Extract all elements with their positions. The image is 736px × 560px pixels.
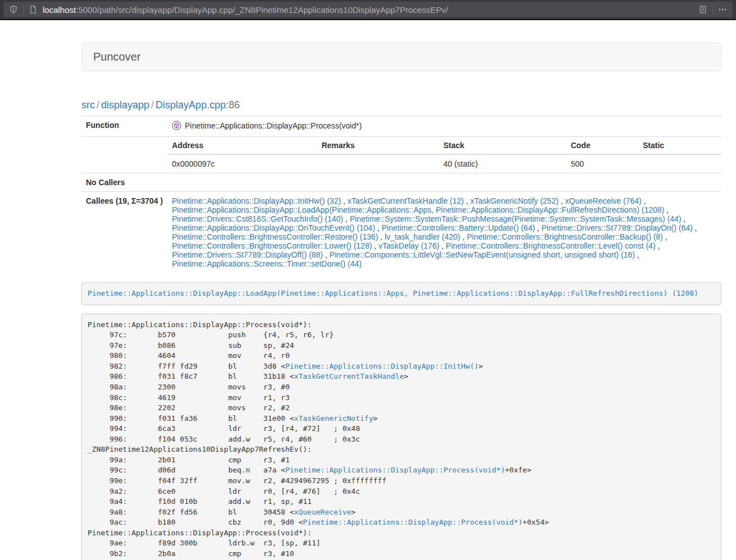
callee-separator: , [378, 232, 385, 241]
function-name-cell: Pinetime::Applications::DisplayApp::Proc… [167, 116, 721, 137]
callee-separator: , [664, 205, 669, 214]
callee-link[interactable]: Pinetime::Controllers::BrightnessControl… [446, 241, 655, 250]
url-path: :5000/path/src/displayapp/DisplayApp.cpp… [76, 5, 448, 15]
breadcrumb: src/displayapp/DisplayApp.cpp:86 [81, 99, 721, 111]
callee-separator: , [693, 223, 697, 232]
details-row: Address Remarks Stack Code Static 0x0000… [81, 137, 721, 173]
callee-separator: , [464, 196, 470, 205]
callee-separator: , [535, 223, 542, 232]
details-table: Address Remarks Stack Code Static 0x0000… [167, 137, 721, 173]
url-bar[interactable]: localhost:5000/path/src/displayapp/Displ… [3, 2, 733, 17]
menu-ellipsis-icon[interactable] [718, 5, 727, 14]
callee-separator: , [656, 241, 660, 250]
url-text[interactable]: localhost:5000/path/src/displayapp/Displ… [43, 5, 698, 15]
cell-address: 0x0000097c [167, 154, 317, 173]
callee-link[interactable]: Pinetime::Applications::DisplayApp::Init… [172, 196, 341, 205]
page-content: Puncover src/displayapp/DisplayApp.cpp:8… [0, 20, 736, 560]
reader-mode-icon[interactable] [698, 5, 707, 14]
no-callers-label: No Callers [81, 173, 167, 192]
col-header-remarks: Remarks [317, 137, 439, 154]
callee-link[interactable]: Pinetime::Controllers::BrightnessControl… [172, 241, 372, 250]
disassembly-symbol-link[interactable]: Pinetime::Applications::DisplayApp::Proc… [285, 466, 505, 474]
callee-separator: , [323, 250, 330, 259]
function-row-label: Function [81, 116, 167, 137]
callee-separator: , [439, 241, 446, 250]
callee-separator: , [663, 232, 668, 241]
main-container: Puncover src/displayapp/DisplayApp.cpp:8… [81, 20, 721, 560]
callee-link[interactable]: Pinetime::Drivers::St7789::DisplayOff() … [172, 250, 323, 259]
no-callers-cell [167, 173, 721, 192]
details-header-row: Address Remarks Stack Code Static [167, 137, 721, 154]
function-row: Function Pinetime::Applications::Display… [81, 116, 721, 137]
callee-link[interactable]: xTaskGenericNotify (252) [470, 196, 559, 205]
callee-separator: , [375, 223, 382, 232]
callee-separator: , [635, 250, 639, 259]
callee-link[interactable]: Pinetime::Drivers::Cst816S::GetTouchInfo… [172, 214, 343, 223]
callees-label: Callees (19, Σ=3704 ) [81, 192, 167, 273]
callee-link[interactable]: Pinetime::Applications::DisplayApp::OnTo… [172, 223, 375, 232]
callee-link[interactable]: xTaskGetCurrentTaskHandle (12) [348, 196, 464, 205]
page-info-icon[interactable] [29, 5, 38, 14]
app-header-panel: Puncover [81, 43, 721, 71]
callee-separator: , [642, 196, 646, 205]
disassembly-symbol-link[interactable]: xTaskGenericNotify [294, 414, 373, 423]
function-table-wrap: Function Pinetime::Applications::Display… [81, 116, 721, 273]
col-header-code: Code [566, 137, 638, 154]
breadcrumb-item-displayapp[interactable]: displayapp [101, 99, 149, 111]
callee-separator: , [460, 232, 467, 241]
breadcrumb-separator: / [149, 99, 156, 111]
callee-separator: , [343, 214, 350, 223]
col-header-static: Static [638, 137, 721, 154]
breadcrumb-item-file[interactable]: DisplayApp.cpp [156, 99, 226, 111]
callee-link[interactable]: lv_task_handler (420) [385, 232, 460, 241]
cell-remarks [317, 154, 439, 173]
col-header-address: Address [167, 137, 317, 154]
callee-link[interactable]: Pinetime::Components::LittleVgl::SetNewT… [330, 250, 635, 259]
callees-list: Pinetime::Applications::DisplayApp::Init… [167, 192, 721, 273]
callee-link[interactable]: vTaskDelay (176) [378, 241, 439, 250]
symbol-cube-icon [172, 121, 181, 132]
callee-separator: , [341, 196, 348, 205]
col-header-stack: Stack [439, 137, 566, 154]
highlighted-callee-box: Pinetime::Applications::DisplayApp::Load… [81, 282, 721, 305]
disassembly-pre: Pinetime::Applications::DisplayApp::Proc… [81, 314, 721, 560]
highlighted-callee-link[interactable]: Pinetime::Applications::DisplayApp::Load… [88, 289, 698, 297]
cell-code: 500 [566, 154, 638, 173]
callee-link[interactable]: Pinetime::Drivers::St7789::DisplayOn() (… [542, 223, 693, 232]
callee-link[interactable]: Pinetime::Applications::DisplayApp::Load… [172, 205, 664, 214]
toolbar-divider [23, 4, 24, 15]
disassembly-symbol-link[interactable]: Pinetime::Applications::DisplayApp::Init… [285, 362, 478, 370]
disassembly-symbol-link[interactable]: xTaskGetCurrentTaskHandle [294, 372, 404, 380]
disassembly-symbol-link[interactable]: Pinetime::Applications::DisplayApp::Proc… [303, 518, 523, 526]
cell-static [638, 154, 721, 173]
function-name: Pinetime::Applications::DisplayApp::Proc… [185, 121, 362, 130]
browser-toolbar: localhost:5000/path/src/displayapp/Displ… [0, 0, 736, 20]
details-data-row: 0x0000097c 40 (static) 500 [167, 154, 721, 173]
callee-link[interactable]: Pinetime::System::SystemTask::PushMessag… [350, 214, 682, 223]
page-title: Puncover [93, 51, 710, 63]
function-table: Function Pinetime::Applications::Display… [81, 116, 721, 273]
details-row-label [81, 137, 167, 173]
callees-row: Callees (19, Σ=3704 ) Pinetime::Applicat… [81, 192, 721, 273]
details-cell: Address Remarks Stack Code Static 0x0000… [167, 137, 721, 173]
tracking-protection-shield-icon[interactable] [9, 5, 18, 14]
callee-separator: , [372, 241, 379, 250]
url-host: localhost [43, 5, 76, 15]
callee-link[interactable]: Pinetime::Controllers::BrightnessControl… [467, 232, 662, 241]
breadcrumb-separator: / [95, 99, 101, 111]
cell-stack: 40 (static) [439, 154, 566, 173]
callee-link[interactable]: Pinetime::Controllers::BrightnessControl… [172, 232, 378, 241]
callee-link[interactable]: xQueueReceive (764) [565, 196, 642, 205]
breadcrumb-line-number: :86 [226, 99, 240, 111]
toolbar-divider [712, 4, 713, 15]
no-callers-row: No Callers [81, 173, 721, 192]
callee-link[interactable]: Pinetime::Applications::Screens::Timer::… [172, 259, 362, 268]
breadcrumb-item-src[interactable]: src [81, 99, 95, 111]
callee-link[interactable]: Pinetime::Controllers::Battery::Update()… [382, 223, 535, 232]
callee-separator: , [681, 214, 685, 223]
disassembly-symbol-link[interactable]: xQueueReceive [294, 508, 351, 516]
callee-separator: , [559, 196, 565, 205]
